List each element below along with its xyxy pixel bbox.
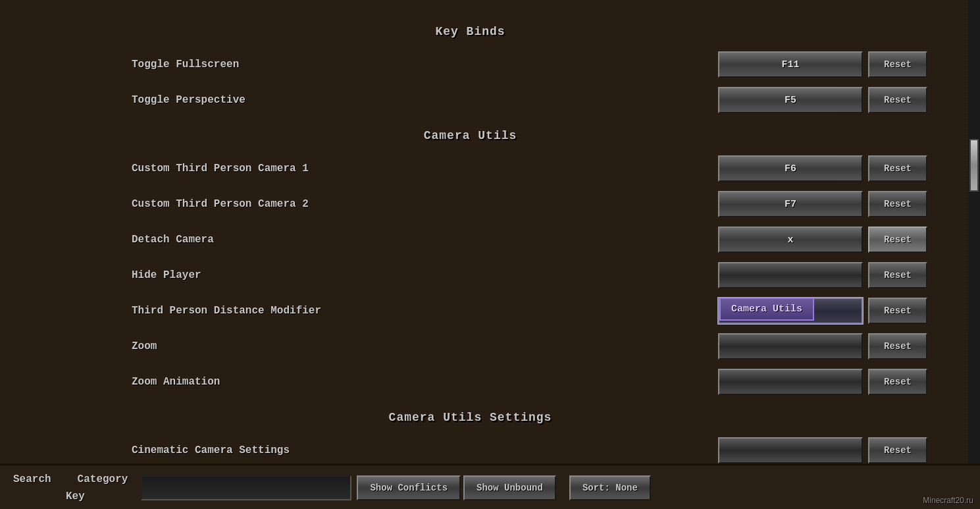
- reset-custom-camera-2[interactable]: Reset: [868, 191, 927, 217]
- content-area: Key Binds Toggle Fullscreen F11 Reset To…: [0, 0, 980, 464]
- key-custom-camera-2[interactable]: F7: [718, 191, 863, 217]
- key-cinematic-camera-settings[interactable]: [718, 437, 863, 464]
- watermark: Minecraft20.ru: [923, 496, 973, 505]
- row-toggle-fullscreen: Toggle Fullscreen F11 Reset: [0, 47, 941, 82]
- section-key-binds: Key Binds: [0, 25, 941, 38]
- sort-button[interactable]: Sort: None: [569, 475, 651, 500]
- scrollable-content: Key Binds Toggle Fullscreen F11 Reset To…: [0, 0, 980, 464]
- reset-toggle-fullscreen[interactable]: Reset: [868, 51, 927, 78]
- reset-custom-camera-1[interactable]: Reset: [868, 155, 927, 182]
- reset-zoom-animation[interactable]: Reset: [868, 369, 927, 395]
- label-zoom-animation: Zoom Animation: [132, 376, 718, 388]
- label-hide-player: Hide Player: [132, 269, 718, 281]
- row-custom-camera-2: Custom Third Person Camera 2 F7 Reset: [0, 187, 941, 221]
- row-toggle-perspective: Toggle Perspective F5 Reset: [0, 83, 941, 117]
- label-zoom: Zoom: [132, 340, 718, 352]
- key-zoom-animation[interactable]: [718, 369, 863, 395]
- bottom-bar: Search Category Key Show Conflicts Show …: [0, 464, 980, 509]
- key-detach-camera[interactable]: x: [718, 227, 863, 253]
- row-detach-camera: Detach Camera x Reset: [0, 223, 941, 257]
- scrollbar-track: [968, 0, 980, 464]
- key-toggle-perspective[interactable]: F5: [718, 87, 863, 113]
- row-cinematic-camera-settings: Cinematic Camera Settings Reset: [0, 433, 941, 464]
- keybind-panel: Key Binds Toggle Fullscreen F11 Reset To…: [0, 0, 980, 464]
- key-custom-camera-1[interactable]: F6: [718, 155, 863, 182]
- main-container: Key Binds Toggle Fullscreen F11 Reset To…: [0, 0, 980, 509]
- search-label: Search: [13, 473, 51, 485]
- label-cinematic-camera-settings: Cinematic Camera Settings: [132, 444, 718, 456]
- key-hide-player[interactable]: [718, 262, 863, 288]
- label-custom-camera-1: Custom Third Person Camera 1: [132, 163, 718, 174]
- row-zoom: Zoom Reset: [0, 329, 941, 363]
- label-toggle-perspective: Toggle Perspective: [132, 94, 718, 106]
- section-camera-utils: Camera Utils: [0, 129, 941, 142]
- section-camera-utils-settings: Camera Utils Settings: [0, 411, 941, 424]
- scrollbar-thumb[interactable]: [969, 139, 979, 192]
- bottom-buttons: Show Conflicts Show Unbound: [357, 475, 555, 500]
- category-label: Category: [78, 473, 128, 485]
- search-input[interactable]: [141, 475, 351, 500]
- key-label: Key: [66, 491, 85, 502]
- key-third-person-distance[interactable]: Camera Utils: [718, 298, 863, 324]
- row-custom-camera-1: Custom Third Person Camera 1 F6 Reset: [0, 151, 941, 186]
- bottom-labels: Search Category Key: [13, 473, 128, 502]
- label-toggle-fullscreen: Toggle Fullscreen: [132, 59, 718, 70]
- row-zoom-animation: Zoom Animation Reset: [0, 365, 941, 399]
- row-third-person-distance: Third Person Distance Modifier Camera Ut…: [0, 294, 941, 328]
- reset-toggle-perspective[interactable]: Reset: [868, 87, 927, 113]
- key-toggle-fullscreen[interactable]: F11: [718, 51, 863, 78]
- reset-zoom[interactable]: Reset: [868, 333, 927, 360]
- label-third-person-distance: Third Person Distance Modifier: [132, 305, 718, 317]
- row-hide-player: Hide Player Reset: [0, 258, 941, 292]
- bottom-labels-row: Search Category: [13, 473, 128, 485]
- label-detach-camera: Detach Camera: [132, 234, 718, 246]
- label-custom-camera-2: Custom Third Person Camera 2: [132, 198, 718, 210]
- reset-cinematic-camera-settings[interactable]: Reset: [868, 437, 927, 464]
- key-zoom[interactable]: [718, 333, 863, 360]
- reset-detach-camera[interactable]: Reset: [868, 227, 927, 253]
- reset-third-person-distance[interactable]: Reset: [868, 298, 927, 324]
- tooltip-camera-utils: Camera Utils: [719, 298, 814, 321]
- show-conflicts-button[interactable]: Show Conflicts: [357, 475, 461, 500]
- reset-hide-player[interactable]: Reset: [868, 262, 927, 288]
- show-unbound-button[interactable]: Show Unbound: [463, 475, 556, 500]
